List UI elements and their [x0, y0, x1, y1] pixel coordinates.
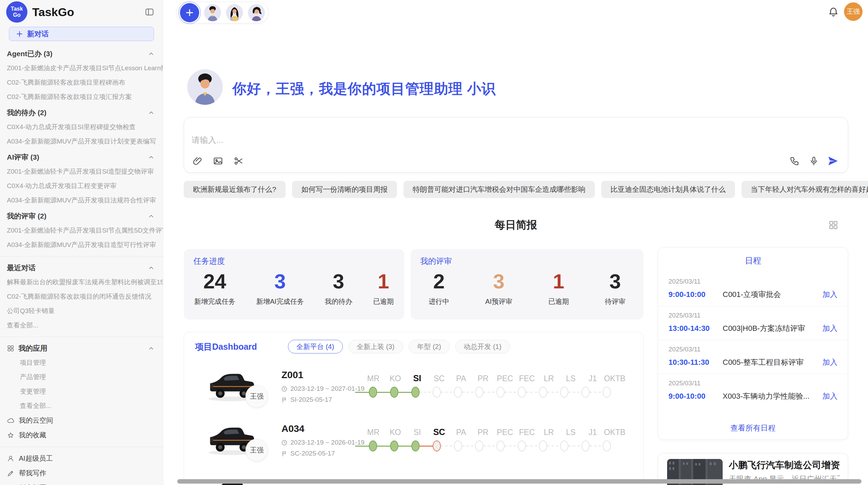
app-item[interactable]: 变更管理	[0, 384, 163, 399]
section-ai-review[interactable]: AI评审 (3)	[0, 150, 163, 164]
sidebar-item-favorites[interactable]: 我的收藏	[0, 428, 163, 443]
sidebar-item[interactable]: C02-飞腾新能源轻客改款项目立项汇报方案	[0, 90, 163, 104]
section-recent-chats[interactable]: 最近对话	[0, 261, 163, 275]
suggestion-chip[interactable]: 特朗普可能对进口汽车增税会对中国车企造成哪些影响	[403, 181, 595, 198]
milestone-node[interactable]	[603, 387, 611, 398]
sidebar-item[interactable]: Z001-全新燃油皮卡产品开发项目SI节点Lesson Learn报告	[0, 61, 163, 75]
suggestion-chip[interactable]: 如何写一份清晰的项目周报	[292, 181, 397, 198]
assistant-avatar-1[interactable]	[204, 4, 221, 21]
composer-left-tools	[192, 155, 244, 167]
tab-model-year[interactable]: 年型 (2)	[409, 340, 450, 353]
microphone-icon[interactable]	[808, 155, 820, 167]
milestone-node[interactable]	[560, 440, 568, 451]
project-row[interactable]: 王强 A034 2023-12-19 ~ 2026-01-19 SC-2025-…	[184, 419, 643, 471]
scissors-icon[interactable]	[233, 155, 244, 167]
milestone-node[interactable]	[539, 440, 547, 451]
sidebar-item[interactable]: A034-全新新能源MUV产品开发项目法规符合性评审	[0, 193, 163, 208]
collapse-sidebar-icon[interactable]	[144, 6, 155, 18]
attachment-icon[interactable]	[192, 155, 203, 167]
milestone-node[interactable]	[475, 440, 483, 451]
schedule-event-title: X003-车辆动力学性能验...	[723, 391, 822, 401]
milestone-node[interactable]	[518, 440, 526, 451]
add-assistant-button[interactable]	[180, 3, 199, 22]
recent-chat-item[interactable]: 解释最新出台的欧盟报废车法规再生塑料比例被调至15%...	[0, 275, 163, 289]
send-icon[interactable]	[827, 155, 839, 167]
section-agent-done[interactable]: Agent已办 (3)	[0, 47, 163, 61]
sidebar-item[interactable]: C0X4-动力总成开发项目工程变更评审	[0, 179, 163, 193]
sidebar-item[interactable]: C0X4-动力总成开发项目SI里程碑提交物检查	[0, 120, 163, 134]
recent-chat-item[interactable]: 查看全部...	[0, 318, 163, 333]
milestone-node[interactable]	[496, 440, 505, 451]
milestone-node[interactable]	[454, 387, 462, 398]
view-all-schedule-link[interactable]: 查看所有日程	[658, 423, 848, 433]
sidebar-item[interactable]: A034-全新新能源MUV产品开发项目造型可行性评审	[0, 238, 163, 252]
app-item[interactable]: 项目管理	[0, 356, 163, 370]
assistant-avatar-3[interactable]	[248, 4, 265, 21]
notification-bell-icon[interactable]	[828, 6, 839, 18]
sidebar-item[interactable]: Z001-全新燃油轻卡产品开发项目SI造型提交物评审	[0, 164, 163, 179]
chat-input[interactable]	[192, 135, 740, 145]
suggestion-chip[interactable]: 当下年轻人对汽车外观有怎样的喜好趋势	[742, 181, 868, 198]
project-date-range: 2023-12-19 ~ 2027-01-19	[281, 385, 364, 393]
join-link[interactable]: 加入	[822, 391, 837, 401]
stat-label: 新增AI完成任务	[256, 297, 304, 306]
new-chat-button[interactable]: 新对话	[9, 27, 154, 41]
tab-powertrain-dev[interactable]: 动总开发 (1)	[455, 340, 510, 353]
assistant-avatar-2[interactable]	[226, 4, 243, 21]
section-my-apps[interactable]: 我的应用	[0, 341, 163, 356]
project-owner-badge: 王强	[245, 385, 268, 408]
horizontal-scrollbar[interactable]	[177, 479, 861, 484]
app-item[interactable]: 查看全部...	[0, 399, 163, 413]
sidebar-item-cloud-space[interactable]: 我的云空间	[0, 413, 163, 428]
join-link[interactable]: 加入	[822, 323, 837, 334]
milestone-node[interactable]	[560, 387, 568, 398]
milestone-node[interactable]	[518, 387, 526, 398]
phone-icon[interactable]	[789, 155, 800, 167]
join-link[interactable]: 加入	[822, 357, 837, 368]
milestone-node[interactable]	[433, 440, 441, 451]
app-item[interactable]: 产品管理	[0, 370, 163, 384]
milestone-label: PR	[472, 428, 494, 437]
section-my-todo[interactable]: 我的待办 (2)	[0, 105, 163, 120]
join-link[interactable]: 加入	[822, 289, 837, 300]
milestone-node[interactable]	[369, 387, 377, 398]
main-area: 王强 你好，王强，我是你的项目管理助理 小识	[163, 0, 868, 485]
help-write-label: 帮我写作	[19, 469, 46, 478]
dashboard-header: 项目Dashboard 全新平台 (4) 全新上装 (3) 年型 (2) 动总开…	[184, 332, 643, 353]
suggestion-chip[interactable]: 比亚迪全固态电池计划具体说了什么	[601, 181, 735, 198]
section-my-review[interactable]: 我的评审 (2)	[0, 209, 163, 223]
sidebar-item-creative-draw[interactable]: 创意制图	[0, 481, 163, 485]
milestone-node[interactable]	[581, 440, 590, 451]
milestone-node[interactable]	[369, 440, 377, 451]
milestone-node[interactable]	[411, 440, 420, 451]
milestone-node[interactable]	[433, 387, 441, 398]
milestone-node[interactable]	[581, 387, 590, 398]
image-icon[interactable]	[212, 155, 224, 167]
milestone-node[interactable]	[390, 387, 398, 398]
milestone-label: J1	[582, 374, 604, 383]
sidebar-item[interactable]: Z001-全新燃油轻卡产品开发项目SI节点属性5D文件评审	[0, 223, 163, 238]
stat-value: 3	[256, 270, 304, 293]
tab-all-new-body[interactable]: 全新上装 (3)	[348, 340, 403, 353]
schedule-event-title: C001-立项审批会	[723, 289, 822, 300]
suggestion-chip[interactable]: 欧洲新规最近颁布了什么?	[184, 181, 286, 198]
milestone-node[interactable]	[539, 387, 547, 398]
recent-chat-item[interactable]: C02-飞腾新能源轻客改款项目的闭环通告反馈情况	[0, 289, 163, 304]
milestone-node[interactable]	[390, 440, 398, 451]
milestone-node[interactable]	[454, 440, 462, 451]
user-avatar[interactable]: 王强	[844, 2, 863, 21]
milestone-node[interactable]	[603, 440, 611, 451]
sidebar: Task Go TaskGo 新对话 Agent已办 (3) Z001-全新燃油…	[0, 0, 163, 485]
sidebar-item[interactable]: C02-飞腾新能源轻客改款项目里程碑画布	[0, 75, 163, 90]
milestone-node[interactable]	[411, 387, 420, 398]
sidebar-item-help-write[interactable]: 帮我写作	[0, 466, 163, 481]
milestone-node[interactable]	[475, 387, 483, 398]
sidebar-item[interactable]: A034-全新新能源MUV产品开发项目计划变更表编写	[0, 134, 163, 149]
project-row[interactable]: 王强 Z001 2023-12-19 ~ 2027-01-19 SI-2025-…	[184, 365, 643, 417]
briefing-layout-icon[interactable]	[828, 219, 839, 231]
sidebar-item-ai-employee[interactable]: AI超级员工	[0, 451, 163, 466]
milestone-node[interactable]	[496, 387, 505, 398]
recent-chat-item[interactable]: 公司Q3轻卡销量	[0, 304, 163, 318]
tab-all-new-platform[interactable]: 全新平台 (4)	[288, 340, 343, 353]
stat-label: 已逾期	[548, 297, 569, 306]
